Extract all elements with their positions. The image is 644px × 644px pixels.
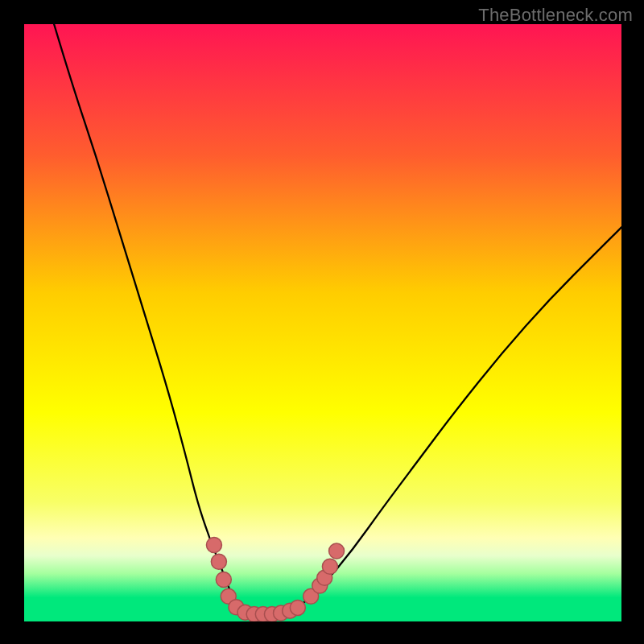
bottleneck-chart [24,24,621,621]
scatter-dot [211,554,226,569]
scatter-dot [216,572,231,588]
plot-area [24,24,621,621]
scatter-dot [206,538,221,553]
watermark-label: TheBottleneck.com [478,5,633,26]
scatter-dot [322,559,337,574]
scatter-dot [329,543,345,559]
chart-frame: TheBottleneck.com [0,0,644,644]
gradient-background [24,24,621,621]
scatter-dot [290,600,305,615]
